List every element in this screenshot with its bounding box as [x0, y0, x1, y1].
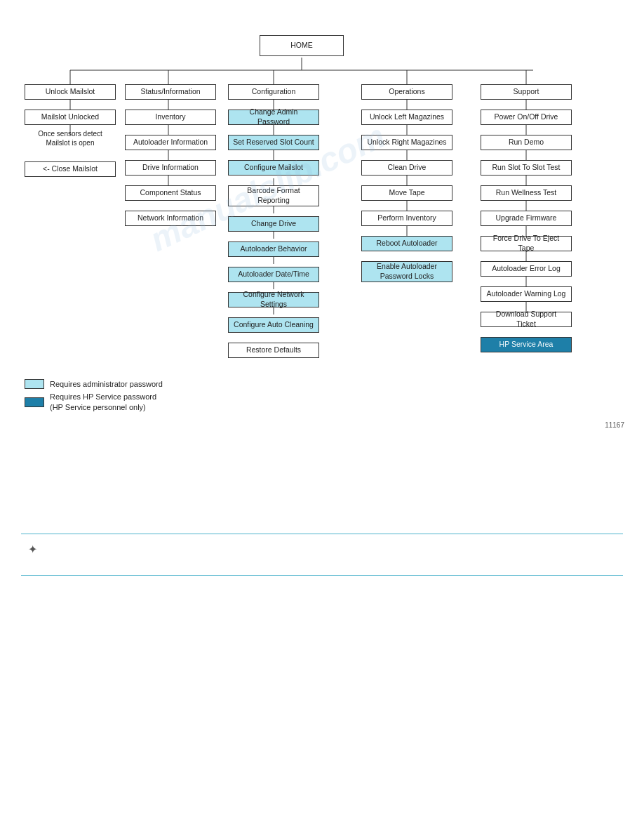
home-label: HOME	[290, 41, 313, 51]
col3-item-5: Autoloader Behavior	[228, 241, 319, 257]
legend-label-dark: Requires HP Service password(HP Service …	[50, 392, 156, 413]
tip-section: ✦	[21, 534, 623, 576]
legend-swatch-dark	[25, 397, 44, 407]
legend-item-light: Requires administrator password	[25, 379, 163, 389]
col4-item-2: Clean Drive	[361, 160, 452, 176]
col3-item-0-label: Change Admin Password	[233, 107, 314, 126]
fig-number: 11167	[605, 421, 624, 429]
col3-item-1: Set Reserved Slot Count	[228, 135, 319, 150]
col5-item-6: Autoloader Error Log	[481, 261, 572, 277]
col5-item-4-label: Upgrade Firmware	[496, 213, 557, 223]
col1-item-0: Mailslot Unlocked	[25, 110, 116, 125]
col3-item-4: Change Drive	[228, 216, 319, 232]
col3-item-6-label: Autoloader Date/Time	[238, 270, 309, 279]
col2-item-3-label: Component Status	[140, 188, 201, 198]
col3-item-9-label: Restore Defaults	[246, 345, 301, 355]
col3-item-7: Configure Network Settings	[228, 292, 319, 307]
fig-number-label: 11167	[605, 421, 624, 429]
col5-item-7: Autoloader Warning Log	[481, 286, 572, 302]
col5-header-label: Support	[514, 87, 539, 97]
col1-header-label: Unlock Mailslot	[46, 87, 95, 97]
col5-item-7-label: Autoloader Warning Log	[487, 289, 566, 299]
col1-header: Unlock Mailslot	[25, 84, 116, 100]
col2-item-0-label: Inventory	[155, 112, 185, 122]
col3-item-4-label: Change Drive	[251, 219, 296, 229]
col5-item-0-label: Power On/Off Drive	[495, 112, 558, 122]
col3-item-3: Barcode FormatReporting	[228, 185, 319, 206]
col3-item-5-label: Autoloader Behavior	[240, 244, 307, 254]
col3-item-7-label: Configure Network Settings	[233, 290, 314, 309]
col4-item-0: Unlock Left Magazines	[361, 110, 452, 125]
col2-item-4: Network Information	[125, 211, 216, 226]
legend: Requires administrator password Requires…	[25, 379, 163, 416]
col2-header: Status/Information	[125, 84, 216, 100]
col5-item-4: Upgrade Firmware	[481, 211, 572, 226]
col5-item-5: Force Drive To Eject Tape	[481, 236, 572, 251]
col3-header: Configuration	[228, 84, 319, 100]
col2-header-label: Status/Information	[140, 87, 200, 97]
col5-item-9-label: HP Service Area	[499, 340, 554, 350]
legend-item-dark: Requires HP Service password(HP Service …	[25, 392, 163, 413]
col5-item-3: Run Wellness Test	[481, 185, 572, 201]
col4-item-0-label: Unlock Left Magazines	[370, 112, 444, 122]
col4-item-4-label: Perform Inventory	[377, 213, 436, 223]
legend-label-light: Requires administrator password	[50, 380, 163, 388]
col5-item-9: HP Service Area	[481, 337, 572, 352]
col1-item-0-label: Mailslot Unlocked	[41, 112, 99, 122]
col3-item-8-label: Configure Auto Cleaning	[234, 320, 314, 330]
col4-item-5-label: Reboot Autoloader	[377, 239, 438, 249]
col5-item-1: Run Demo	[481, 135, 572, 150]
tip-icon: ✦	[28, 543, 37, 556]
col2-item-2-label: Drive Information	[142, 163, 199, 173]
legend-swatch-light	[25, 379, 44, 389]
col5-item-6-label: Autoloader Error Log	[492, 264, 560, 274]
col1-text-note: Once sensors detectMailslot is open	[25, 129, 116, 147]
col3-item-2-label: Configure Mailslot	[244, 163, 303, 173]
col4-item-3: Move Tape	[361, 185, 452, 201]
col4-item-6-label: Enable AutoloaderPassword Locks	[377, 262, 437, 281]
col3-item-8: Configure Auto Cleaning	[228, 317, 319, 333]
col3-item-0: Change Admin Password	[228, 110, 319, 125]
col5-item-8-label: Download Support Ticket	[485, 310, 567, 329]
col4-item-2-label: Clean Drive	[388, 163, 427, 173]
col5-item-8: Download Support Ticket	[481, 312, 572, 327]
col5-item-2-label: Run Slot To Slot Test	[492, 163, 560, 173]
col3-item-1-label: Set Reserved Slot Count	[233, 138, 314, 147]
col2-item-4-label: Network Information	[137, 213, 203, 223]
col2-item-3: Component Status	[125, 185, 216, 201]
col1-item-2-label: <- Close Mailslot	[43, 164, 98, 174]
col5-header: Support	[481, 84, 572, 100]
home-box: HOME	[260, 35, 344, 56]
col2-item-2: Drive Information	[125, 160, 216, 176]
col4-item-6: Enable AutoloaderPassword Locks	[361, 261, 452, 282]
col4-item-1-label: Unlock Right Magazines	[367, 138, 446, 147]
col3-item-2: Configure Mailslot	[228, 160, 319, 176]
col4-item-3-label: Move Tape	[389, 188, 424, 198]
col5-item-3-label: Run Wellness Test	[496, 188, 557, 198]
col4-item-1: Unlock Right Magazines	[361, 135, 452, 150]
col4-item-4: Perform Inventory	[361, 211, 452, 226]
col3-item-9: Restore Defaults	[228, 343, 319, 358]
col2-item-1-label: Autoloader Information	[133, 138, 208, 147]
col2-item-1: Autoloader Information	[125, 135, 216, 150]
col3-item-3-label: Barcode FormatReporting	[247, 186, 300, 205]
col4-header: Operations	[361, 84, 452, 100]
col5-item-2: Run Slot To Slot Test	[481, 160, 572, 176]
col3-header-label: Configuration	[252, 87, 295, 97]
col5-item-5-label: Force Drive To Eject Tape	[485, 234, 567, 253]
col4-item-5: Reboot Autoloader	[361, 236, 452, 251]
col2-item-0: Inventory	[125, 110, 216, 125]
col3-item-6: Autoloader Date/Time	[228, 267, 319, 282]
col5-item-0: Power On/Off Drive	[481, 110, 572, 125]
col1-item-2: <- Close Mailslot	[25, 161, 116, 177]
col4-header-label: Operations	[389, 87, 424, 97]
col5-item-1-label: Run Demo	[509, 138, 544, 147]
